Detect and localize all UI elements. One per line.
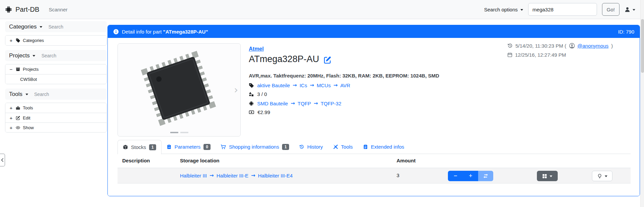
header-title: Detail info for part "ATmega328P-AU" xyxy=(122,29,208,35)
part-title: ATmega328P-AU xyxy=(249,54,331,64)
clock-history-icon xyxy=(507,43,513,48)
app-brand[interactable]: Part-DB xyxy=(5,6,39,13)
category-breadcrumb: aktive Bauteile → ICs → MCUs → AVR xyxy=(257,82,350,88)
modified-user-link[interactable]: @anonymous xyxy=(578,43,609,49)
stock-adjust-button-group: − + xyxy=(448,171,493,181)
part-name: ATmega328P-AU xyxy=(249,54,319,64)
created-row: 12/25/16, 12:27:49 PM xyxy=(507,51,613,58)
scrollbar[interactable] xyxy=(640,0,644,207)
search-input[interactable] xyxy=(528,3,597,16)
created-text: 12/25/16, 12:27:49 PM xyxy=(515,52,566,58)
projects-tree: − Projects CWSBot xyxy=(5,64,107,84)
chevron-down-icon xyxy=(33,55,35,57)
tree-item-projects[interactable]: − Projects xyxy=(5,64,106,74)
column-header-description: Description xyxy=(122,158,150,163)
scrollbar-thumb[interactable] xyxy=(641,19,644,73)
footprint-link[interactable]: SMD Bauteile xyxy=(257,101,288,106)
tools-tree: + Tools + Edit + Show xyxy=(5,103,107,133)
image-carousel-indicators[interactable] xyxy=(170,132,188,133)
projects-dropdown[interactable]: Projects xyxy=(9,52,35,59)
microchip-logo-icon xyxy=(5,6,12,13)
table-view-options-dropdown[interactable] xyxy=(537,171,558,181)
user-avatar-icon xyxy=(569,43,575,49)
projects-search-input[interactable] xyxy=(41,53,103,58)
expand-icon[interactable]: + xyxy=(9,115,13,121)
tab-history[interactable]: History xyxy=(294,140,328,154)
sidebar: Categories + Categories Projects xyxy=(5,21,107,137)
category-link[interactable]: aktive Bauteile xyxy=(257,83,290,88)
tab-shopping-informations[interactable]: Shopping informations 1 xyxy=(216,140,294,154)
tab-tools[interactable]: Tools xyxy=(328,140,358,154)
footprint-link[interactable]: TQFP xyxy=(297,101,311,106)
tab-parameters[interactable]: Parameters 0 xyxy=(162,140,216,154)
tab-label: Tools xyxy=(341,144,353,150)
chevron-down-icon xyxy=(26,94,28,95)
last-modified-text: 5/14/20, 11:30:23 PM ( xyxy=(515,43,566,49)
storage-location-link[interactable]: Halbleiter III xyxy=(180,173,207,178)
stock-table-row: Halbleiter III → Halbleiter III-E → Halb… xyxy=(118,168,631,184)
categories-search-input[interactable] xyxy=(48,24,109,30)
stock-amount: 3 xyxy=(397,172,399,178)
manufacturer-link[interactable]: Atmel xyxy=(249,46,264,52)
storage-location-link[interactable]: Halbleiter III-E xyxy=(217,173,248,178)
tree-item-tools[interactable]: + Tools xyxy=(5,103,106,113)
last-modified-row: 5/14/20, 11:30:23 PM ( @anonymous) xyxy=(507,42,613,49)
edit-part-icon[interactable] xyxy=(324,56,331,64)
label-options-dropdown[interactable] xyxy=(592,171,612,181)
tab-badge: 1 xyxy=(149,144,156,150)
sidebar-panel-projects: Projects − Projects CWSBot xyxy=(5,50,107,84)
price-row: €2.99 xyxy=(249,109,270,115)
collapse-icon[interactable]: − xyxy=(9,66,13,72)
tree-item-cwsbot[interactable]: CWSBot xyxy=(5,74,106,84)
tree-item-edit[interactable]: + Edit xyxy=(5,113,106,122)
sidebar-panel-categories: Categories + Categories xyxy=(5,21,107,46)
person-icon xyxy=(625,7,630,12)
footprint-breadcrumb: SMD Bauteile → TQFP → TQFP-32 xyxy=(257,100,341,106)
go-button[interactable]: Go! xyxy=(602,3,619,16)
category-link[interactable]: MCUs xyxy=(317,83,331,88)
arrow-right-icon: → xyxy=(210,172,214,178)
category-link[interactable]: AVR xyxy=(340,83,350,88)
clipboard-data-icon xyxy=(167,144,172,149)
image-next-arrow[interactable]: › xyxy=(234,85,238,95)
sidebar-panel-tools: Tools + Tools + Edit + xyxy=(5,89,107,133)
footprint-row: SMD Bauteile → TQFP → TQFP-32 xyxy=(249,100,341,106)
chevron-down-icon xyxy=(605,175,607,177)
tools-dropdown[interactable]: Tools xyxy=(9,91,28,98)
footprint-link[interactable]: TQFP-32 xyxy=(321,101,341,106)
search-options-dropdown[interactable]: Search options xyxy=(484,7,523,12)
arrow-right-icon: → xyxy=(310,82,314,88)
pencil-square-icon xyxy=(16,116,20,120)
box-icon xyxy=(123,145,128,150)
nav-item-scanner[interactable]: Scanner xyxy=(49,7,67,12)
tree-item-label: Show xyxy=(23,125,34,130)
category-link[interactable]: ICs xyxy=(300,83,307,88)
tag-icon xyxy=(249,83,254,88)
top-navbar: Part-DB Scanner Search options Go! xyxy=(0,0,644,19)
expand-icon[interactable]: + xyxy=(9,125,13,131)
expand-icon[interactable]: + xyxy=(9,38,13,43)
stock-increase-button[interactable]: + xyxy=(463,171,478,181)
categories-dropdown[interactable]: Categories xyxy=(9,23,42,30)
chip-render-image xyxy=(118,44,240,136)
sidebar-collapse-handle[interactable] xyxy=(0,154,5,166)
tree-item-categories[interactable]: + Categories xyxy=(5,36,106,45)
user-menu[interactable] xyxy=(625,7,635,12)
search-options-label: Search options xyxy=(484,7,518,12)
storage-location-breadcrumb: Halbleiter III → Halbleiter III-E → Halb… xyxy=(180,172,293,178)
expand-icon[interactable]: + xyxy=(9,105,13,111)
categories-tree: + Categories xyxy=(5,35,107,46)
tab-stocks[interactable]: Stocks 1 xyxy=(118,140,162,154)
tag-icon xyxy=(16,38,20,43)
clock-history-icon xyxy=(299,144,304,149)
projects-panel-header: Projects xyxy=(5,50,107,61)
part-image[interactable]: › xyxy=(118,43,241,137)
stock-move-button[interactable] xyxy=(478,171,493,181)
storage-location-link[interactable]: Halbleiter III-E4 xyxy=(258,173,292,178)
tab-extended-infos[interactable]: Extended infos xyxy=(358,140,409,154)
tools-search-input[interactable] xyxy=(34,92,103,97)
price-value: €2.99 xyxy=(258,109,270,115)
stock-decrease-button[interactable]: − xyxy=(448,171,463,181)
tree-item-show[interactable]: + Show xyxy=(5,122,106,132)
lightbulb-icon xyxy=(597,174,602,178)
